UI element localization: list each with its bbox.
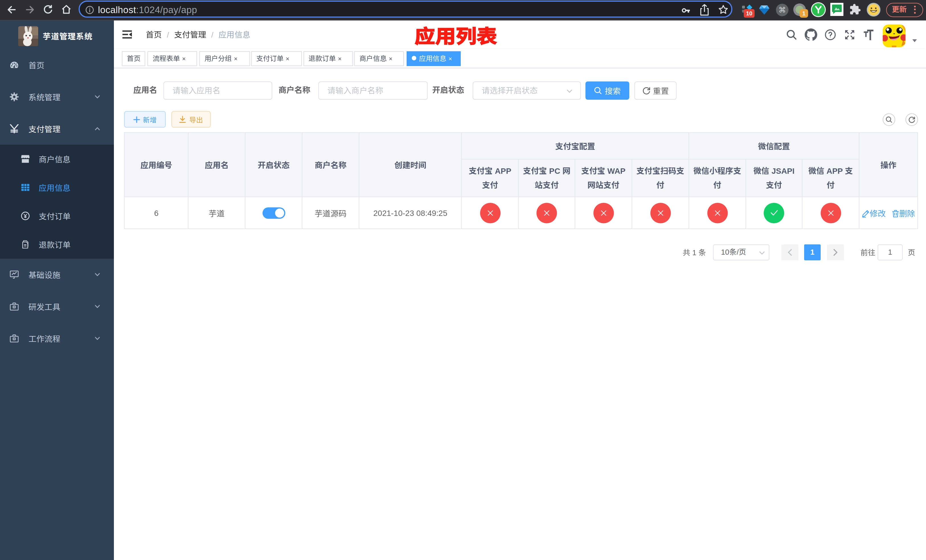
- svg-text:⌘: ⌘: [779, 6, 786, 14]
